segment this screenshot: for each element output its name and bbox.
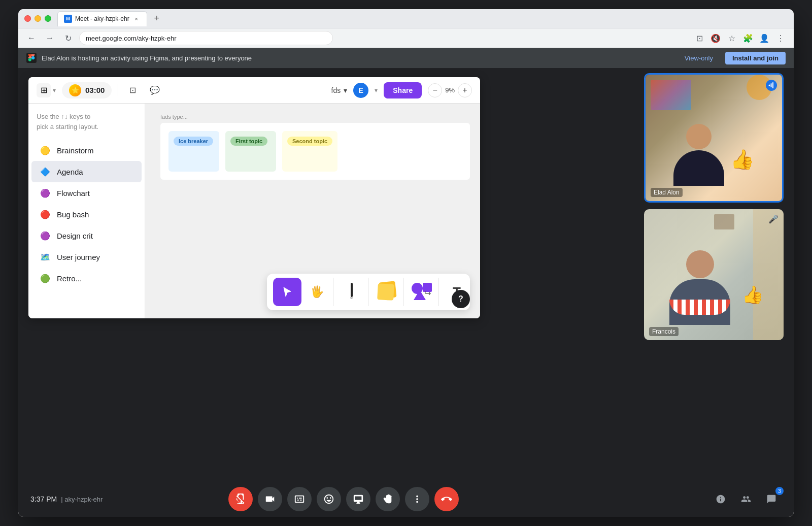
- tab-favicon: M: [64, 15, 72, 23]
- mute-tab-icon[interactable]: 🔇: [708, 31, 723, 45]
- second-topic-column: Second topic: [282, 131, 337, 172]
- hand-tool-button[interactable]: 🖐: [302, 278, 331, 306]
- design-crit-icon: 🟣: [40, 230, 51, 241]
- maximize-window-button[interactable]: [45, 15, 51, 22]
- zoom-out-button[interactable]: −: [428, 83, 442, 97]
- agenda-icon: 🔷: [40, 166, 51, 177]
- cursor-tool-button[interactable]: [273, 278, 301, 306]
- new-tab-button[interactable]: +: [150, 12, 163, 25]
- refresh-button[interactable]: ↻: [61, 31, 75, 45]
- minimize-window-button[interactable]: [35, 15, 41, 22]
- svg-rect-5: [772, 82, 773, 88]
- file-name[interactable]: fds ▾: [331, 86, 348, 94]
- sidebar-item-agenda[interactable]: 🔷 Agenda: [31, 161, 142, 182]
- canvas-frame-title: fads type...: [160, 114, 470, 120]
- extensions-icon[interactable]: 🧩: [741, 31, 755, 45]
- shapes-button[interactable]: ↪: [408, 278, 436, 306]
- frame-tool-button[interactable]: [472, 278, 480, 306]
- install-join-button[interactable]: Install and join: [725, 52, 786, 64]
- close-window-button[interactable]: [24, 15, 31, 22]
- first-topic-label: First topic: [230, 137, 267, 146]
- back-button[interactable]: ←: [24, 31, 39, 45]
- pen-tool-button[interactable]: [337, 278, 366, 306]
- more-options-button[interactable]: [405, 487, 429, 511]
- meet-content: ⊞ ▾ ⭐ 03:00 ⊡ 💬 fds ▾ E ▾ Share −: [18, 68, 794, 481]
- figma-menu-icon: ⊞: [37, 83, 51, 97]
- tab-close-button[interactable]: ×: [132, 15, 141, 23]
- mic-muted-icon: 🎤: [768, 214, 779, 224]
- retro-icon: 🟢: [40, 273, 51, 284]
- people-button[interactable]: [736, 489, 756, 509]
- user-avatar[interactable]: E: [353, 83, 368, 98]
- live-indicator-icon: [766, 80, 777, 91]
- camera-button[interactable]: [258, 487, 282, 511]
- forward-button[interactable]: →: [43, 31, 57, 45]
- svg-rect-0: [351, 283, 353, 297]
- sidebar-hint-text: Use the ↑↓ keys topick a starting layout…: [28, 112, 145, 140]
- figma-canvas[interactable]: fads type... Ice breaker First topic Sec…: [145, 104, 480, 318]
- figma-badge-icon: [26, 53, 37, 63]
- address-bar: ← → ↻ meet.google.com/aky-hzpk-ehr ⊡ 🔇 ☆…: [18, 28, 794, 48]
- end-call-button[interactable]: [434, 487, 459, 511]
- captions-button[interactable]: [287, 487, 312, 511]
- second-topic-label: Second topic: [287, 137, 332, 146]
- flowchart-icon: 🟣: [40, 187, 51, 199]
- toolbar-separator: [118, 84, 118, 96]
- first-topic-column: First topic: [225, 131, 276, 172]
- sidebar-item-brainstorm-label: Brainstorm: [57, 146, 94, 155]
- comment-button[interactable]: 💬: [147, 82, 163, 98]
- bookmark-icon[interactable]: ☆: [725, 31, 739, 45]
- profile-icon[interactable]: 👤: [757, 31, 771, 45]
- pen-tools-group: [335, 278, 368, 306]
- cast-icon[interactable]: ⊡: [692, 31, 706, 45]
- video-bg-elad: 👍 Elad Alon: [646, 75, 782, 201]
- present-button[interactable]: [346, 487, 370, 511]
- bug-bash-icon: 🔴: [40, 209, 51, 220]
- address-icons: ⊡ 🔇 ☆ 🧩 👤 ⋮: [692, 31, 788, 45]
- sidebar-item-bug-bash[interactable]: 🔴 Bug bash: [31, 204, 142, 225]
- menu-icon[interactable]: ⋮: [773, 31, 788, 45]
- svg-rect-2: [350, 297, 353, 299]
- share-button[interactable]: Share: [384, 82, 422, 98]
- emoji-button[interactable]: [317, 487, 341, 511]
- user-chevron[interactable]: ▾: [375, 87, 378, 94]
- video-panel-elad: 👍 Elad Alon: [644, 73, 784, 203]
- help-button[interactable]: ?: [452, 290, 470, 308]
- chat-button[interactable]: 3: [761, 489, 782, 509]
- sticky-tools-group: [370, 278, 403, 306]
- sidebar-item-brainstorm[interactable]: 🟡 Brainstorm: [31, 140, 142, 161]
- url-text: meet.google.com/aky-hzpk-ehr: [86, 35, 176, 42]
- agenda-frame: Ice breaker First topic Second topic: [160, 123, 470, 180]
- info-button[interactable]: [710, 489, 731, 509]
- meeting-id-text: aky-hzpk-ehr: [64, 496, 103, 503]
- sidebar-item-flowchart[interactable]: 🟣 Flowchart: [31, 182, 142, 204]
- figma-main-area: Use the ↑↓ keys topick a starting layout…: [28, 104, 480, 318]
- meet-right-controls: 3: [710, 489, 782, 509]
- sidebar-item-design-crit[interactable]: 🟣 Design crit: [31, 225, 142, 246]
- brainstorm-icon: 🟡: [40, 145, 51, 156]
- figma-panel: ⊞ ▾ ⭐ 03:00 ⊡ 💬 fds ▾ E ▾ Share −: [28, 77, 480, 318]
- timer-avatar-icon: ⭐: [69, 84, 81, 96]
- active-tab[interactable]: M Meet - aky-hzpk-ehr ×: [57, 11, 147, 26]
- mute-button[interactable]: [228, 487, 253, 511]
- sticky-note-button[interactable]: [373, 278, 401, 306]
- view-only-button[interactable]: View-only: [678, 52, 720, 64]
- sidebar-item-user-journey[interactable]: 🗺️ User journey: [31, 246, 142, 268]
- tab-bar: M Meet - aky-hzpk-ehr × +: [57, 11, 788, 26]
- figma-bottom-toolbar: 🖐: [267, 274, 470, 310]
- file-name-text: fds: [331, 86, 341, 94]
- video-bg-francois: 👍 🎤 Francois: [644, 209, 784, 340]
- sidebar-item-agenda-label: Agenda: [57, 168, 83, 176]
- raise-hand-button[interactable]: [376, 487, 400, 511]
- svg-rect-4: [771, 83, 772, 87]
- sidebar-item-retro-label: Retro...: [57, 274, 82, 283]
- video-panel-francois: 👍 🎤 Francois: [644, 209, 784, 340]
- address-input[interactable]: meet.google.com/aky-hzpk-ehr: [79, 31, 333, 45]
- os-window: M Meet - aky-hzpk-ehr × + ← → ↻ meet.goo…: [18, 9, 794, 517]
- figma-logo-button[interactable]: ⊞ ▾: [37, 83, 56, 97]
- zoom-in-button[interactable]: +: [458, 83, 472, 97]
- figma-toolbar: ⊞ ▾ ⭐ 03:00 ⊡ 💬 fds ▾ E ▾ Share −: [28, 77, 480, 104]
- grid-view-button[interactable]: ⊡: [124, 82, 141, 98]
- sidebar-item-retro[interactable]: 🟢 Retro...: [31, 268, 142, 289]
- meet-bottom-bar: 3:37 PM | aky-hzpk-ehr: [18, 481, 794, 517]
